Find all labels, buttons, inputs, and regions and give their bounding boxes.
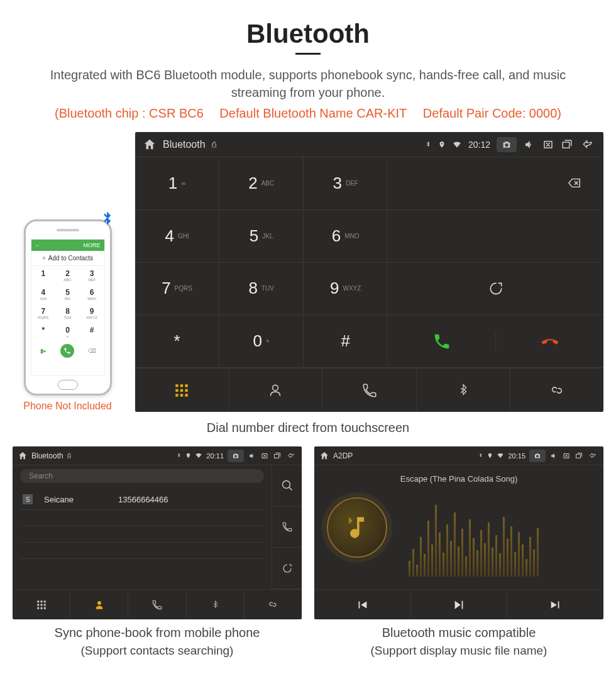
volume-icon[interactable] <box>248 452 256 460</box>
camera-icon[interactable] <box>497 137 517 152</box>
contact-number: 13566664466 <box>118 495 168 504</box>
usb-icon: ⎙ <box>212 140 216 149</box>
tab-pair[interactable] <box>510 368 603 412</box>
close-icon[interactable] <box>260 452 269 460</box>
recent-apps-icon[interactable] <box>575 452 583 460</box>
svg-rect-11 <box>43 600 45 602</box>
phonebook-caption-2: (Support contacts searching) <box>13 644 302 658</box>
svg-rect-10 <box>40 600 42 602</box>
tab-history[interactable] <box>128 590 186 619</box>
svg-rect-17 <box>43 607 45 609</box>
phone-mockup: ← MORE +Add to Contacts 12ABC3DEF4GHI5JK… <box>24 219 112 396</box>
tab-contacts[interactable] <box>70 590 128 619</box>
back-icon[interactable] <box>587 452 598 460</box>
music-caption-1: Bluetooth music compatible <box>314 626 603 640</box>
headunit-music: A2DP 20:15 Escape (The Pina Colada Song) <box>314 446 603 619</box>
key-*[interactable]: * <box>135 315 219 368</box>
close-icon[interactable] <box>562 452 571 460</box>
wifi-icon <box>497 452 504 459</box>
svg-rect-5 <box>185 389 188 391</box>
redial-button[interactable] <box>388 263 603 316</box>
hangup-button[interactable] <box>496 332 603 351</box>
svg-rect-8 <box>185 394 188 396</box>
home-icon[interactable] <box>18 451 28 461</box>
home-icon[interactable] <box>143 138 157 152</box>
music-caption-2: (Support display music file name) <box>314 644 603 658</box>
back-icon[interactable] <box>285 452 297 460</box>
phonepad-key-3: 3DEF <box>80 266 104 285</box>
phonepad-key-0: 0+ <box>55 323 80 341</box>
location-icon <box>185 452 191 459</box>
phonepad-key-7: 7PQRS <box>31 304 56 323</box>
backspace-button[interactable] <box>388 157 603 210</box>
phonepad-key-6: 6MNO <box>80 285 104 304</box>
key-8[interactable]: 8TUV <box>219 263 304 316</box>
tab-contacts[interactable] <box>229 368 322 412</box>
phonepad-key-1: 1 <box>31 266 56 285</box>
svg-rect-13 <box>40 604 42 606</box>
play-pause-button[interactable] <box>411 590 508 619</box>
volume-icon[interactable] <box>549 452 558 460</box>
clock-time: 20:12 <box>468 140 490 150</box>
svg-rect-2 <box>185 384 188 387</box>
bluetooth-icon <box>424 140 432 149</box>
prev-track-button[interactable] <box>314 590 411 619</box>
camera-icon[interactable] <box>529 450 546 462</box>
svg-rect-6 <box>175 394 178 396</box>
camera-icon[interactable] <box>228 450 244 462</box>
side-sync-button[interactable] <box>272 548 302 589</box>
key-2[interactable]: 2ABC <box>219 157 304 210</box>
svg-rect-14 <box>43 604 45 606</box>
key-3[interactable]: 3DEF <box>304 157 388 210</box>
headunit-title: Bluetooth <box>31 451 63 460</box>
phonepad-key-#: # <box>80 323 104 341</box>
key-#[interactable]: # <box>304 315 388 368</box>
dialer-caption: Dial number direct from touchscreen <box>13 421 603 435</box>
bluetooth-waves-icon <box>97 209 116 230</box>
key-7[interactable]: 7PQRS <box>135 263 219 316</box>
contact-tag: S <box>23 494 33 504</box>
phone-call-icon <box>60 344 74 358</box>
search-input[interactable]: Search <box>20 469 264 483</box>
svg-rect-15 <box>37 607 39 609</box>
location-icon <box>487 452 493 459</box>
contact-row[interactable]: S Seicane 13566664466 <box>20 489 264 510</box>
tab-history[interactable] <box>322 368 416 412</box>
svg-rect-0 <box>175 384 178 387</box>
phonebook-caption-1: Sync phone-book from mobile phone <box>13 626 302 640</box>
tab-keypad[interactable] <box>135 368 229 412</box>
close-icon[interactable] <box>542 139 554 150</box>
back-icon[interactable] <box>580 139 596 150</box>
phone-not-included-label: Phone Not Included <box>13 401 123 412</box>
location-icon <box>438 140 446 149</box>
headunit-title: Bluetooth <box>163 139 206 150</box>
call-button[interactable] <box>388 332 496 351</box>
tab-keypad[interactable] <box>13 590 70 619</box>
phonepad-key-5: 5JKL <box>55 285 80 304</box>
spec-paircode: Default Pair Code: 0000) <box>423 106 561 120</box>
tab-bluetooth[interactable] <box>187 590 245 619</box>
tab-bluetooth[interactable] <box>417 368 510 412</box>
tab-pair[interactable] <box>245 590 302 619</box>
phone-more-label: MORE <box>84 242 101 248</box>
phonepad-key-4: 4GHI <box>31 285 56 304</box>
bluetooth-icon <box>176 452 182 459</box>
recent-apps-icon[interactable] <box>273 452 282 460</box>
key-6[interactable]: 6MNO <box>304 210 388 263</box>
bluetooth-icon <box>478 452 483 459</box>
key-5[interactable]: 5JKL <box>219 210 304 263</box>
key-4[interactable]: 4GHI <box>135 210 219 263</box>
contact-name: Seicane <box>44 495 107 504</box>
key-0[interactable]: 0+ <box>219 315 304 368</box>
key-9[interactable]: 9WXYZ <box>304 263 388 316</box>
recent-apps-icon[interactable] <box>561 139 573 150</box>
key-1[interactable]: 1∞ <box>135 157 219 210</box>
equalizer-visual <box>409 497 591 577</box>
side-call-button[interactable] <box>272 507 302 548</box>
next-track-button[interactable] <box>507 590 603 619</box>
volume-icon[interactable] <box>523 139 536 150</box>
svg-rect-4 <box>180 389 183 391</box>
home-icon[interactable] <box>319 451 329 461</box>
page-title: Bluetooth <box>13 19 603 49</box>
side-search-button[interactable] <box>272 465 302 507</box>
